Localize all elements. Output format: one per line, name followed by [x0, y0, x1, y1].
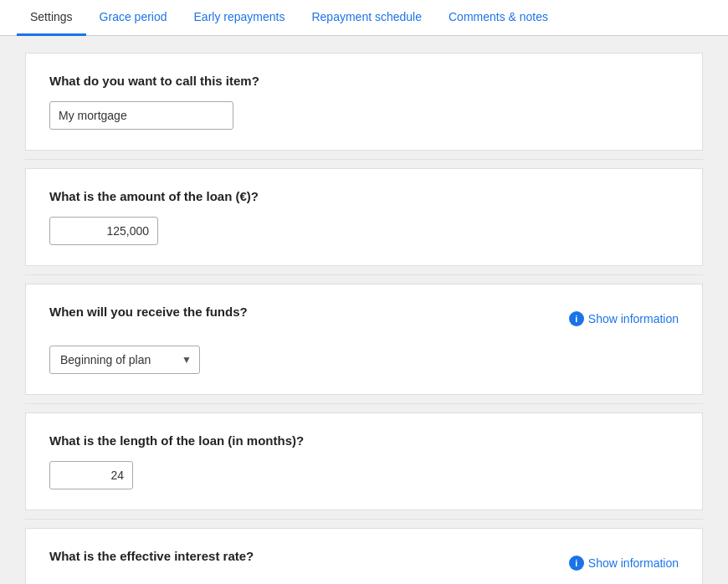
- tab-repayment-schedule[interactable]: Repayment schedule: [298, 0, 435, 36]
- fund-timing-question: When will you receive the funds?: [49, 305, 248, 319]
- separator-3: [25, 403, 703, 404]
- interest-rate-question: What is the effective interest rate?: [49, 549, 254, 563]
- separator-4: [25, 519, 703, 520]
- tabs-bar: Settings Grace period Early repayments R…: [0, 0, 728, 36]
- section-loan-length: What is the length of the loan (in month…: [25, 412, 703, 510]
- section-interest-rate: What is the effective interest rate? i S…: [25, 528, 703, 584]
- fund-timing-info-label: Show information: [588, 312, 679, 325]
- main-container: Settings Grace period Early repayments R…: [0, 0, 728, 584]
- tab-early-repayments[interactable]: Early repayments: [181, 0, 299, 36]
- tab-grace-period[interactable]: Grace period: [86, 0, 181, 36]
- fund-timing-info-icon: i: [569, 311, 584, 326]
- fund-timing-select[interactable]: Beginning of plan End of plan Custom: [49, 346, 200, 374]
- separator-2: [25, 274, 703, 275]
- tab-settings[interactable]: Settings: [17, 0, 86, 36]
- loan-length-input[interactable]: [49, 461, 133, 489]
- section-fund-timing: When will you receive the funds? i Show …: [25, 284, 703, 395]
- section-item-name: What do you want to call this item?: [25, 53, 703, 151]
- loan-amount-input[interactable]: [49, 217, 158, 245]
- item-name-input[interactable]: [49, 101, 233, 130]
- section-loan-amount: What is the amount of the loan (€)?: [25, 168, 703, 266]
- fund-timing-select-wrapper: Beginning of plan End of plan Custom ▼: [49, 346, 200, 374]
- interest-rate-info-icon: i: [569, 556, 584, 571]
- loan-length-question: What is the length of the loan (in month…: [49, 433, 679, 448]
- interest-rate-header: What is the effective interest rate? i S…: [49, 549, 679, 576]
- interest-rate-info-link[interactable]: i Show information: [569, 556, 679, 571]
- loan-amount-question: What is the amount of the loan (€)?: [49, 189, 679, 203]
- item-name-question: What do you want to call this item?: [49, 74, 679, 88]
- content-area: What do you want to call this item? What…: [0, 36, 728, 584]
- tab-comments-notes[interactable]: Comments & notes: [435, 0, 561, 36]
- fund-timing-info-link[interactable]: i Show information: [569, 311, 679, 326]
- separator-1: [25, 159, 703, 160]
- interest-rate-info-label: Show information: [588, 556, 679, 570]
- fund-timing-header: When will you receive the funds? i Show …: [49, 305, 679, 332]
